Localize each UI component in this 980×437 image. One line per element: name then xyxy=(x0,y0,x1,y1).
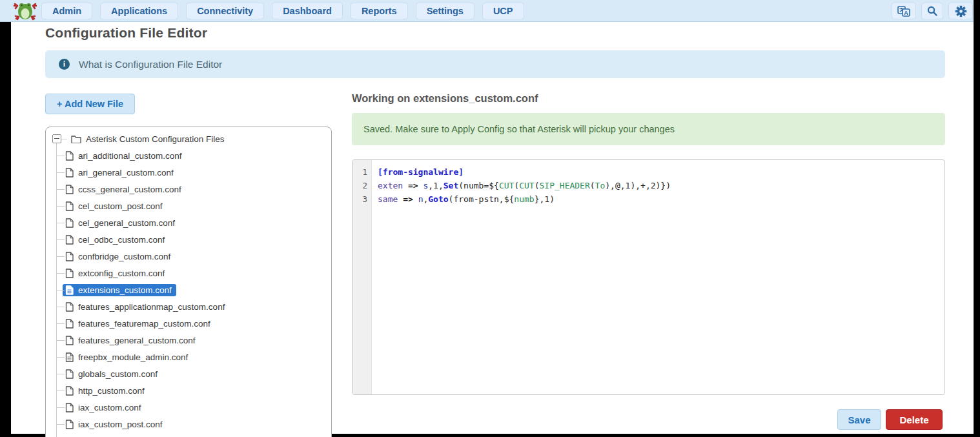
tree-item-cel_odbc_custom-conf[interactable]: cel_odbc_custom.conf xyxy=(46,231,331,248)
tree-connector xyxy=(56,189,65,190)
tree-item-iax_custom-conf[interactable]: iax_custom.conf xyxy=(46,399,331,416)
tree-connector xyxy=(56,156,65,156)
line-number: 1 xyxy=(352,165,371,179)
tree-connector xyxy=(56,407,65,408)
tree-connector xyxy=(56,391,65,391)
tree-item-extconfig_custom-conf[interactable]: extconfig_custom.conf xyxy=(46,265,331,281)
nav-item-settings[interactable]: Settings xyxy=(416,3,475,19)
file-icon xyxy=(65,369,74,379)
file-icon xyxy=(65,151,74,161)
svg-text:A: A xyxy=(904,9,908,15)
line-number: 3 xyxy=(352,192,371,206)
working-on-heading: Working on extensions_custom.conf xyxy=(352,92,538,105)
file-icon xyxy=(65,403,74,412)
top-nav-bar: AdminApplicationsConnectivityDashboardRe… xyxy=(0,0,974,22)
tree-connector xyxy=(56,239,65,240)
nav-item-admin[interactable]: Admin xyxy=(41,3,92,19)
tree-item-ccss_general_custom-conf[interactable]: ccss_general_custom.conf xyxy=(46,181,331,198)
code-editor[interactable]: 123 [from-signalwire]exten => s,1,Set(nu… xyxy=(352,159,945,395)
file-icon xyxy=(65,336,74,345)
tree-connector xyxy=(56,323,65,324)
file-icon xyxy=(65,319,74,329)
add-new-file-button[interactable]: + Add New File xyxy=(45,94,135,114)
tree-item-label: freepbx_module_admin.conf xyxy=(78,352,188,362)
tree-item-features_applicationmap_custom-conf[interactable]: features_applicationmap_custom.conf xyxy=(46,298,331,315)
tree-item-features_general_custom-conf[interactable]: features_general_custom.conf xyxy=(46,332,331,349)
code-line: [from-signalwire] xyxy=(378,165,944,179)
file-icon xyxy=(65,201,74,211)
tree-item-extensions_custom-conf[interactable]: extensions_custom.conf xyxy=(46,281,331,298)
file-icon xyxy=(65,218,74,228)
tree-item-freepbx_module_admin-conf[interactable]: freepbx_module_admin.conf xyxy=(46,349,331,365)
nav-item-ucp[interactable]: UCP xyxy=(482,3,524,19)
language-icon[interactable]: A xyxy=(892,3,916,19)
file-icon xyxy=(65,386,74,396)
code-line: same => n,Goto(from-pstn,${numb},1) xyxy=(378,192,944,206)
tree-connector xyxy=(56,206,65,207)
code-line: exten => s,1,Set(numb=${CUT(CUT(SIP_HEAD… xyxy=(378,179,944,192)
tree-item-http_custom-conf[interactable]: http_custom.conf xyxy=(46,382,331,399)
file-text-icon xyxy=(65,285,74,295)
file-tree-panel: Asterisk Custom Configuration Files ari_… xyxy=(45,127,332,437)
file-text-icon xyxy=(65,352,74,362)
tree-connector xyxy=(56,223,65,223)
nav-item-connectivity[interactable]: Connectivity xyxy=(186,3,264,19)
file-icon xyxy=(65,269,74,278)
tree-root-label: Asterisk Custom Configuration Files xyxy=(86,134,225,144)
main-nav: AdminApplicationsConnectivityDashboardRe… xyxy=(41,3,524,19)
tree-item-iax_custom_post-conf[interactable]: iax_custom_post.conf xyxy=(46,416,331,432)
tree-item-label: iax_custom.conf xyxy=(78,403,141,412)
tree-item-cel_custom_post-conf[interactable]: cel_custom_post.conf xyxy=(46,198,331,214)
tree-item-label: iax_custom_post.conf xyxy=(78,420,163,429)
nav-item-dashboard[interactable]: Dashboard xyxy=(272,3,343,19)
tree-item-label: features_general_custom.conf xyxy=(78,336,196,345)
tree-connector xyxy=(61,139,67,139)
tree-connector xyxy=(56,424,65,425)
nav-item-reports[interactable]: Reports xyxy=(351,3,408,19)
saved-status-text: Saved. Make sure to Apply Config so that… xyxy=(363,124,675,134)
tree-item-confbridge_custom-conf[interactable]: confbridge_custom.conf xyxy=(46,248,331,265)
page-title: Configuration File Editor xyxy=(45,25,207,41)
tree-item-label: ccss_general_custom.conf xyxy=(78,185,181,194)
file-icon xyxy=(65,420,74,429)
tree-item-label: cel_odbc_custom.conf xyxy=(78,235,165,245)
tree-connector xyxy=(56,256,65,257)
tree-connector xyxy=(56,374,65,374)
nav-icon-buttons: A xyxy=(892,3,973,19)
freepbx-frog-logo-icon[interactable] xyxy=(12,1,39,21)
tree-item-label: features_applicationmap_custom.conf xyxy=(78,302,225,312)
delete-button[interactable]: Delete xyxy=(886,409,943,430)
folder-icon xyxy=(71,135,81,143)
tree-item-label: extensions_custom.conf xyxy=(78,285,172,295)
file-icon xyxy=(65,185,74,194)
line-number-gutter: 123 xyxy=(352,160,372,394)
gear-icon[interactable] xyxy=(948,3,973,19)
info-banner[interactable]: i What is Configuration File Editor xyxy=(45,50,945,78)
tree-item-ari_additional_custom-conf[interactable]: ari_additional_custom.conf xyxy=(46,147,331,164)
tree-connector xyxy=(56,307,65,307)
file-tree-list: ari_additional_custom.conf ari_general_c… xyxy=(46,147,331,432)
tree-item-ari_general_custom-conf[interactable]: ari_general_custom.conf xyxy=(46,164,331,181)
file-icon xyxy=(65,168,74,178)
tree-root-node[interactable]: Asterisk Custom Configuration Files xyxy=(52,130,331,147)
tree-item-label: http_custom.conf xyxy=(78,386,145,396)
tree-connector xyxy=(56,357,65,358)
search-icon[interactable] xyxy=(921,3,943,19)
tree-connector xyxy=(56,290,65,290)
nav-item-applications[interactable]: Applications xyxy=(100,3,178,19)
saved-status-banner: Saved. Make sure to Apply Config so that… xyxy=(352,113,945,145)
info-banner-text: What is Configuration File Editor xyxy=(79,59,222,70)
tree-item-label: ari_additional_custom.conf xyxy=(78,151,182,161)
save-button[interactable]: Save xyxy=(837,409,881,430)
file-icon xyxy=(65,252,74,261)
tree-item-features_featuremap_custom-conf[interactable]: features_featuremap_custom.conf xyxy=(46,315,331,332)
tree-item-cel_general_custom-conf[interactable]: cel_general_custom.conf xyxy=(46,214,331,231)
tree-item-globals_custom-conf[interactable]: globals_custom.conf xyxy=(46,365,331,382)
code-text-area[interactable]: [from-signalwire]exten => s,1,Set(numb=$… xyxy=(372,160,944,394)
tree-connector xyxy=(56,273,65,274)
tree-collapse-toggle[interactable] xyxy=(52,134,61,143)
file-icon xyxy=(65,302,74,312)
tree-item-label: extconfig_custom.conf xyxy=(78,269,165,278)
tree-item-label: globals_custom.conf xyxy=(78,369,158,379)
tree-item-label: cel_general_custom.conf xyxy=(78,218,175,228)
